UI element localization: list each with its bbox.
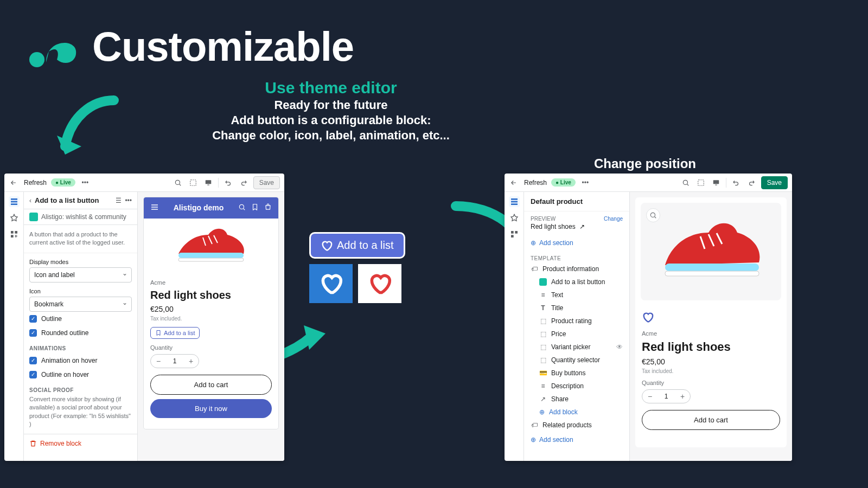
subtitle-line-2: Add button is a configurable block: [179,113,483,127]
quantity-label: Quantity [642,380,780,386]
svg-rect-13 [178,258,244,261]
undo-icon[interactable] [223,177,234,188]
qty-minus-button[interactable]: − [151,355,166,368]
tree-title[interactable]: TTitle [524,301,629,314]
exit-icon[interactable] [509,177,520,188]
card-icon: 💳 [539,369,547,377]
template-section-label: TEMPLATE [524,251,629,262]
svg-rect-15 [698,179,704,185]
change-link[interactable]: Change [604,216,623,222]
template-title: Default product [531,197,623,206]
tree-buy-buttons[interactable]: 💳Buy buttons [524,367,629,380]
add-to-cart-button[interactable]: Add to cart [150,375,272,395]
add-section-button[interactable]: ⊕Add section [524,235,629,251]
social-proof-section-label: SOCIAL PROOF [24,382,137,395]
menu-icon[interactable] [150,203,159,213]
wishlist-heart-icon[interactable] [642,317,654,325]
svg-point-14 [683,180,687,184]
svg-rect-9 [15,231,17,234]
settings-icon[interactable]: ☰ [116,197,122,204]
desktop-icon[interactable] [711,177,722,188]
exit-icon[interactable] [9,177,20,188]
tree-share[interactable]: ↗Share [524,393,629,406]
apps-rail-icon[interactable] [9,229,20,240]
desktop-icon[interactable] [203,177,214,188]
undo-icon[interactable] [731,177,742,188]
icon-select[interactable]: Bookmark [29,297,132,312]
outline-checkbox[interactable]: Outline [24,312,137,326]
tree-related-products[interactable]: 🏷Related products [524,419,629,432]
tree-product-rating[interactable]: ⬚Product rating [524,314,629,328]
more-icon[interactable]: ••• [125,197,132,204]
remove-block-button[interactable]: Remove block [24,434,137,453]
quantity-stepper[interactable]: − 1 + [642,389,691,403]
back-icon[interactable]: ‹ [29,197,31,204]
qty-plus-button[interactable]: + [675,390,690,403]
arrow-icon [54,95,119,168]
tree-variant-picker[interactable]: ⬚Variant picker👁 [524,341,629,354]
sections-rail-icon[interactable] [9,196,20,207]
hero-title: Customizable [92,23,354,70]
qty-plus-button[interactable]: + [183,355,199,368]
tree-text[interactable]: ≡Text [524,288,629,301]
app-icon [539,278,547,286]
redo-icon[interactable] [746,177,757,188]
tax-note: Tax included. [150,316,272,322]
cart-icon[interactable] [264,203,272,213]
tree-description[interactable]: ≡Description [524,380,629,393]
add-to-list-button[interactable]: Add to a list [150,327,200,339]
quantity-label: Quantity [150,344,272,351]
display-modes-select[interactable]: Icon and label [29,267,132,282]
product-image [657,214,765,290]
svg-rect-21 [511,231,514,234]
app-icon [29,213,38,221]
refresh-button[interactable]: Refresh [24,179,47,187]
checkbox-icon [29,371,37,378]
save-button[interactable]: Save [761,176,788,189]
qty-minus-button[interactable]: − [642,390,658,403]
theme-rail-icon[interactable] [9,213,20,223]
sections-rail-icon[interactable] [509,196,520,207]
bookmark-icon[interactable] [251,203,259,213]
add-block-button[interactable]: ⊕Add block [524,406,629,419]
tree-product-information[interactable]: 🏷 Product information [524,262,629,275]
redo-icon[interactable] [238,177,249,188]
product-title: Red light shoes [150,289,272,301]
example-heart-white-icon [309,264,353,303]
buy-now-button[interactable]: Buy it now [150,399,272,418]
more-icon[interactable]: ••• [80,177,91,188]
brand-logo-icon [27,22,81,70]
rounded-outline-checkbox[interactable]: Rounded outline [24,326,137,340]
block-icon: ⬚ [539,330,547,338]
svg-rect-8 [11,231,14,234]
inspector-icon[interactable] [188,177,199,188]
svg-rect-18 [511,198,518,200]
svg-rect-16 [713,180,719,184]
animation-hover-checkbox[interactable]: Animation on hover [24,354,137,368]
external-icon[interactable]: ↗ [579,223,585,230]
search-icon[interactable] [680,177,691,188]
quantity-stepper[interactable]: − 1 + [150,354,199,368]
hidden-icon[interactable]: 👁 [616,343,623,351]
refresh-button[interactable]: Refresh [524,179,547,187]
inspector-icon[interactable] [695,177,706,188]
zoom-icon[interactable] [646,208,660,222]
tree-add-to-list-button[interactable]: Add to a list button [524,275,629,288]
svg-rect-10 [11,235,14,237]
panel-description: A button that add a product to the curre… [24,225,137,253]
add-section-button-bottom[interactable]: ⊕Add section [524,432,629,448]
search-icon[interactable] [238,203,246,213]
more-icon[interactable]: ••• [580,177,591,188]
save-button[interactable]: Save [253,176,280,189]
tree-price[interactable]: ⬚Price [524,328,629,341]
svg-point-24 [650,213,655,217]
apps-rail-icon[interactable] [509,229,520,240]
tree-quantity-selector[interactable]: ⬚Quantity selector [524,354,629,367]
example-heart-red-icon [358,264,401,303]
add-to-cart-button[interactable]: Add to cart [642,410,780,430]
outline-hover-checkbox[interactable]: Outline on hover [24,368,137,382]
svg-point-0 [29,52,44,67]
svg-rect-2 [190,179,196,185]
search-icon[interactable] [173,177,183,188]
theme-rail-icon[interactable] [509,213,520,223]
